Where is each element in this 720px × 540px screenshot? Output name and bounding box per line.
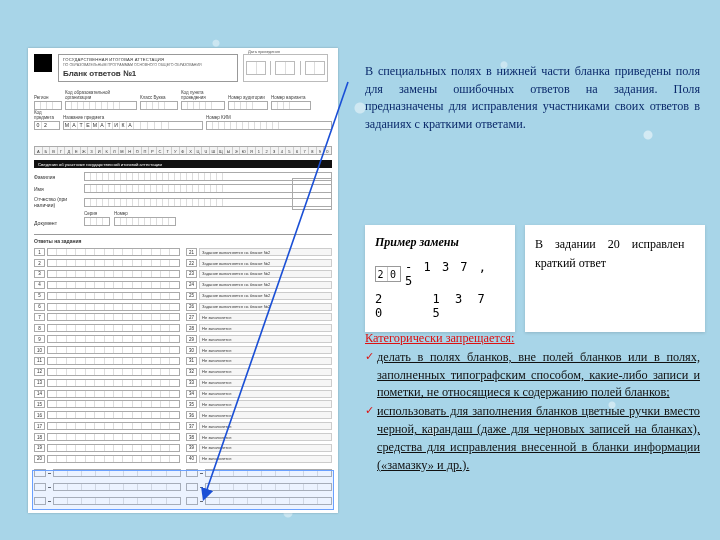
alphabet-sample: АБВГДЕЖЗИКЛМНОПРСТУФХЦЧШЩЫЭЮЯ1234567890 [34,146,332,155]
example-fix-num: 2 0 [375,292,406,320]
answer-row: 32Не заполняется [186,368,332,376]
answer-row: 11 [34,357,180,365]
answer-row: 19 [34,444,180,452]
answer-row: 15 [34,400,180,408]
answer-row: 37Не заполняется [186,422,332,430]
answer-row: 22Задание выполняется на бланке №2 [186,259,332,267]
answer-row: 23Задание выполняется на бланке №2 [186,270,332,278]
answer-row: 21Задание выполняется на бланке №2 [186,248,332,256]
exam-date: Дата проведения [243,54,328,82]
form-title: Бланк ответов №1 [63,69,233,78]
replacement-section [34,467,332,507]
answer-row: 35Не заполняется [186,400,332,408]
answer-row: 39Не заполняется [186,444,332,452]
forbidden-item: делать в полях бланков, вне полей бланко… [365,349,700,402]
forbidden-item: использовать для заполнения бланков цвет… [365,403,700,474]
answer-row: 9 [34,335,180,343]
subject-name: МАТЕМАТИКА [63,121,203,130]
answer-row: 24Задание выполняется на бланке №2 [186,281,332,289]
example-fix-ans: 1 3 7 5 [433,292,505,320]
answer-row: 31Не заполняется [186,357,332,365]
answer-row: 17 [34,422,180,430]
forbidden-heading: Категорически запрещается: [365,330,700,348]
answer-row: 34Не заполняется [186,389,332,397]
answer-row: 30Не заполняется [186,346,332,354]
answer-row: 40Не заполняется [186,455,332,463]
forbidden-block: Категорически запрещается: делать в поля… [365,330,700,476]
answer-row: 13 [34,379,180,387]
example-card-left: Пример замены 20 - 1 3 7 , 5 2 0 1 3 7 5 [365,225,515,332]
agency-line: ГОСУДАРСТВЕННАЯ ИТОГОВАЯ АТТЕСТАЦИЯ [63,57,233,62]
answer-form: ГОСУДАРСТВЕННАЯ ИТОГОВАЯ АТТЕСТАЦИЯ ПО О… [28,48,338,513]
answer-row: 27Не заполняется [186,313,332,321]
example-title: Пример замены [375,235,505,250]
answer-grid: 1234567891011121314151617181920 21Задани… [34,248,332,463]
answers-heading: Ответы на задания [34,238,82,244]
answer-row: 10 [34,346,180,354]
description-text: В специальных полях в нижней части бланк… [365,63,700,134]
example-card-right: В задании 20 исправлен краткий ответ [525,225,705,332]
example-task-box: 20 [375,266,401,282]
answer-row: 26Задание выполняется на бланке №2 [186,302,332,310]
answer-row: 3 [34,270,180,278]
answer-row: 2 [34,259,180,267]
marker-square [34,54,52,72]
answer-row: 36Не заполняется [186,411,332,419]
answer-row: 25Задание выполняется на бланке №2 [186,292,332,300]
signature-box [292,178,332,210]
answer-row: 12 [34,368,180,376]
section-bar: Сведения об участнике государственной ит… [34,160,332,168]
answer-row: 16 [34,411,180,419]
example-wrong: - 1 3 7 , 5 [405,260,505,288]
answer-row: 7 [34,313,180,321]
answer-row: 5 [34,292,180,300]
answer-row: 18 [34,433,180,441]
replacement-example: Пример замены 20 - 1 3 7 , 5 2 0 1 3 7 5… [365,225,705,332]
answer-row: 1 [34,248,180,256]
answer-row: 38Не заполняется [186,433,332,441]
answer-row: 6 [34,302,180,310]
form-header: ГОСУДАРСТВЕННАЯ ИТОГОВАЯ АТТЕСТАЦИЯ ПО О… [58,54,238,82]
answer-row: 14 [34,389,180,397]
answer-row: 33Не заполняется [186,379,332,387]
agency-sub: ПО ОБРАЗОВАТЕЛЬНЫМ ПРОГРАММАМ ОСНОВНОГО … [63,63,233,67]
subject-code: 02 [34,121,60,130]
answer-row: 28Не заполняется [186,324,332,332]
personal-data: Фамилия Имя Отчество (при наличии) Докум… [34,172,332,226]
answer-row: 4 [34,281,180,289]
answer-row: 20 [34,455,180,463]
answer-row: 8 [34,324,180,332]
answer-row: 29Не заполняется [186,335,332,343]
